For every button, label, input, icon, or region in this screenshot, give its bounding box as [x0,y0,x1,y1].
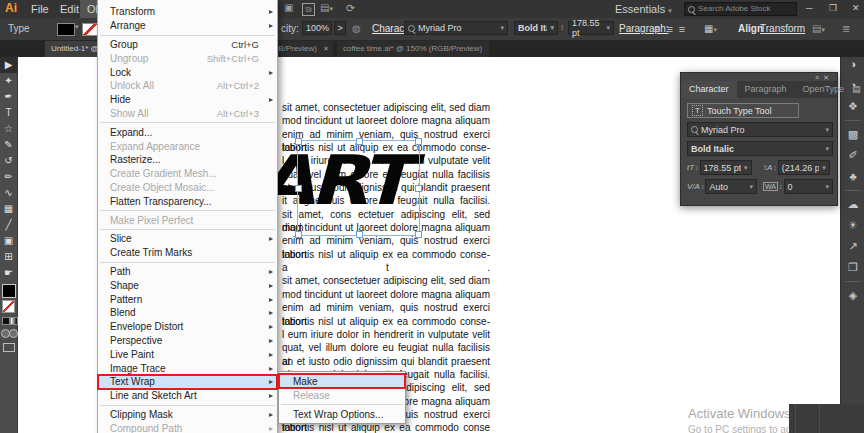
symbols-icon[interactable]: ♣ [849,166,856,187]
tab-opentype[interactable]: OpenType [795,81,853,98]
glyph-panel-icon[interactable]: ▦▾ [704,23,717,34]
menu-item-show-all[interactable]: Show AllAlt+Ctrl+3 [98,107,277,121]
color-guide-icon[interactable]: ❖ [848,96,858,117]
menu-item-unlock-all[interactable]: Unlock AllAlt+Ctrl+2 [98,79,277,93]
menu-item-line-and-sketch-art[interactable]: Line and Sketch Art▸ [98,389,277,403]
menu-item-group[interactable]: GroupCtrl+G [98,38,277,52]
opacity-more-button[interactable]: > [334,21,346,35]
workspace-switcher[interactable]: Essentials ▾ [615,0,672,18]
tab-close-icon[interactable]: ✕ [323,45,329,53]
swatches-icon[interactable]: ▩ [848,124,858,145]
menu-item-blend[interactable]: Blend▸ [98,306,277,320]
touch-type-tool-button[interactable]: T Touch Type Tool [687,103,799,118]
fill-color-swatch[interactable] [57,23,75,36]
menu-item-transform[interactable]: Transform▸ [98,5,277,19]
menu-item-lock[interactable]: Lock▸ [98,65,277,79]
menu-item-text-wrap-options[interactable]: Text Wrap Options... [279,407,405,421]
font-style-field[interactable]: Bold Italic▾ [514,21,558,35]
kerning-field[interactable]: Auto▾ [705,179,757,194]
menu-item-compound-path[interactable]: Compound Path▸ [98,421,277,433]
frame-icon[interactable]: ▣ [284,2,293,13]
mesh-tool[interactable]: ▦ [0,201,17,217]
menu-item-envelope-distort[interactable]: Envelope Distort▸ [98,320,277,334]
stepper-icon[interactable]: ↕ [779,183,783,190]
draw-behind-icon[interactable] [9,329,18,338]
blend-tool[interactable]: ▣ [0,233,17,249]
menu-item-expand[interactable]: Expand... [98,125,277,139]
star-tool[interactable]: ☆ [0,121,17,137]
color-swatch-mini[interactable] [2,317,10,325]
arrange-documents-icon[interactable]: ▤▾ [320,2,333,13]
selection-tool[interactable]: ▶ [0,57,17,73]
menu-item-live-paint[interactable]: Live Paint▸ [98,347,277,361]
font-family-field[interactable]: Myriad Pro▾ [687,122,833,137]
magic-wand-tool[interactable]: ✦ [0,73,17,89]
pen-tool[interactable]: ✒ [0,89,17,105]
artboard-tool[interactable]: ⊞ [0,249,17,265]
search-adobe-stock-input[interactable]: Search Adobe Stock [684,2,797,16]
stepper-icon[interactable]: ↕ [773,164,777,171]
menu-item-hide[interactable]: Hide▸ [98,93,277,107]
rotate-tool[interactable]: ↺ [0,153,17,169]
close-button[interactable]: ✕ [852,3,860,13]
leading-field[interactable]: (214.26 p▾ [778,160,830,175]
menu-item-create-object-mosaic[interactable]: Create Object Mosaic... [98,181,277,195]
menu-item-create-trim-marks[interactable]: Create Trim Marks [98,246,277,260]
menu-item-make[interactable]: Make [279,374,405,388]
menu-item-pattern[interactable]: Pattern▸ [98,292,277,306]
artboards-icon[interactable]: ❐ [848,257,858,278]
screen-mode-icon[interactable] [3,343,15,352]
menu-item-expand-appearance[interactable]: Expand Appearance [98,139,277,153]
document-tab-coffee-time-ai-150-rgb-preview[interactable]: coffee time.ai* @ 150% (RGB/Preview) [337,40,489,57]
menu-item-shape[interactable]: Shape▸ [98,278,277,292]
tab-paragraph[interactable]: Paragraph [737,81,795,98]
opacity-value-field[interactable]: 100% [302,21,332,35]
menu-item-clipping-mask[interactable]: Clipping Mask▸ [98,408,277,422]
tab-character[interactable]: Character [681,81,737,98]
options-dots-icon[interactable]: ∷ [793,23,799,34]
font-size-field[interactable]: 178.55 pt▾ [700,160,752,175]
menu-item-rasterize[interactable]: Rasterize... [98,153,277,167]
font-style-field[interactable]: Bold Italic▾ [687,141,833,156]
menu-item-release[interactable]: Release [279,388,405,402]
menu-item-slice[interactable]: Slice▸ [98,232,277,246]
brushes-icon[interactable]: ✐ [848,145,857,166]
pencil-tool[interactable]: ✎ [0,137,17,153]
hand-tool[interactable]: ☛ [0,265,17,281]
restore-button[interactable]: ❐ [829,3,837,13]
libraries-icon[interactable]: ☁ [848,194,859,215]
appearance-icon[interactable]: ☀ [848,215,858,236]
minimize-button[interactable]: ─ [806,3,812,13]
menu-item-make-pixel-perfect[interactable]: Make Pixel Perfect [98,213,277,227]
menu-item-arrange[interactable]: Arrange▸ [98,19,277,33]
rotate-view-icon[interactable]: ⟳ [346,2,355,15]
align-right-icon[interactable]: ≡ [679,23,691,35]
tracking-field[interactable]: 0▾ [784,179,833,194]
color-panel-icon[interactable]: ◑ [850,54,857,75]
align-center-icon[interactable]: ≡ [666,23,678,35]
adobe-stock-icon[interactable]: St [302,3,315,16]
panel-drag-icon[interactable]: ≡ [815,74,823,81]
paintbrush-tool[interactable]: ✏ [0,169,17,185]
stepper-icon[interactable]: ↕ [560,23,564,32]
type-tool[interactable]: T [0,105,17,121]
menu-item-perspective[interactable]: Perspective▸ [98,334,277,348]
align-left-icon[interactable]: ≡ [654,23,666,35]
menu-item-ungroup[interactable]: UngroupShift+Ctrl+G [98,51,277,65]
stepper-icon[interactable]: ↕ [695,164,699,171]
stroke-color-swatch[interactable] [82,23,98,36]
export-icon[interactable]: ↗ [848,236,857,257]
menu-item-text-wrap[interactable]: Text Wrap▸ [98,375,277,389]
font-family-field[interactable]: Myriad Pro▾ [404,21,508,35]
panel-menu-icon[interactable]: ▤ [852,81,864,98]
panel-menu-icon[interactable]: ▤▾ [812,23,825,34]
art-headline-text[interactable]: ART [256,146,407,214]
close-icon[interactable]: ✕ [823,74,833,81]
list-icon[interactable]: ≣ [842,23,850,34]
gradient-swatch-mini[interactable] [10,317,18,325]
menu-item-path[interactable]: Path▸ [98,265,277,279]
shaper-tool[interactable]: ∿ [0,185,17,201]
fill-indicator[interactable] [2,284,16,298]
menu-file[interactable]: File [24,0,56,18]
menu-item-image-trace[interactable]: Image Trace▸ [98,361,277,375]
